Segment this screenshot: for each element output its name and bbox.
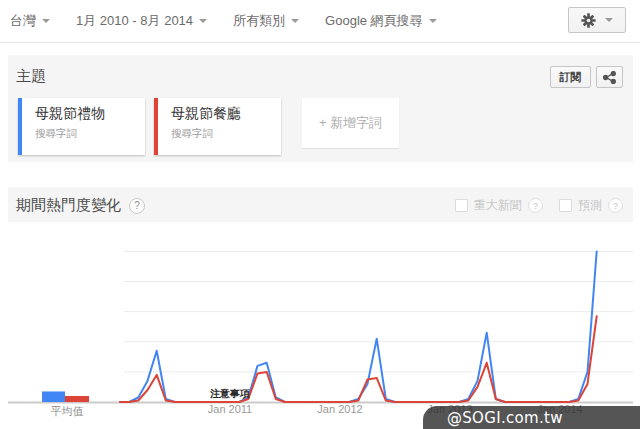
chevron-down-icon <box>42 19 50 23</box>
google-trends-page: 台灣 1月 2010 - 8月 2014 所有類別 Google 網頁搜尋 <box>0 0 640 429</box>
term-type: 搜尋字詞 <box>171 127 281 141</box>
top-toolbar: 台灣 1月 2010 - 8月 2014 所有類別 Google 網頁搜尋 <box>0 0 640 42</box>
region-selector[interactable]: 台灣 <box>10 12 50 30</box>
help-icon[interactable]: ? <box>528 198 543 213</box>
option-major-news: 重大新聞 ? <box>455 197 543 214</box>
search-type-label: Google 網頁搜尋 <box>325 12 423 30</box>
topics-panel: 主題 訂閱 母親節禮物 搜尋字詞 母親節餐廳 搜尋字詞 + 新增字詞 <box>8 55 633 162</box>
term-cards: 母親節禮物 搜尋字詞 母親節餐廳 搜尋字詞 + 新增字詞 <box>18 98 399 155</box>
watermark: @SOGI.com.tw <box>423 406 640 429</box>
major-news-checkbox[interactable] <box>455 199 468 212</box>
category-selector[interactable]: 所有類別 <box>233 12 299 30</box>
chevron-down-icon <box>429 19 437 23</box>
average-bar <box>65 396 89 402</box>
share-button[interactable] <box>596 66 623 88</box>
forecast-checkbox[interactable] <box>559 199 572 212</box>
settings-button[interactable] <box>568 7 626 33</box>
term-type: 搜尋字詞 <box>35 127 145 141</box>
trend-options: 重大新聞 ? 預測 ? <box>455 197 623 214</box>
card-gap <box>281 98 302 155</box>
chevron-down-icon <box>605 18 613 22</box>
x-axis-tick: Jan 2012 <box>308 403 372 415</box>
average-bar <box>42 391 65 402</box>
trend-series <box>120 251 597 402</box>
toolbar-divider <box>0 42 640 43</box>
term-card-mothers-day-gift[interactable]: 母親節禮物 搜尋字詞 <box>18 98 145 155</box>
term-label: 母親節禮物 <box>35 105 145 123</box>
term-label: 母親節餐廳 <box>171 105 281 123</box>
subscribe-button[interactable]: 訂閱 <box>550 66 591 88</box>
search-type-selector[interactable]: Google 網頁搜尋 <box>325 12 437 30</box>
region-label: 台灣 <box>10 12 36 30</box>
chevron-down-icon <box>291 19 299 23</box>
topics-title: 主題 <box>16 67 46 86</box>
help-icon[interactable]: ? <box>129 198 145 214</box>
help-icon[interactable]: ? <box>608 198 623 213</box>
trend-title: 期間熱門度變化 <box>16 196 121 215</box>
share-icon <box>603 71 616 84</box>
card-gap <box>145 98 154 155</box>
chevron-down-icon <box>199 19 207 23</box>
date-range-label: 1月 2010 - 8月 2014 <box>76 12 193 30</box>
forecast-label: 預測 <box>578 197 602 214</box>
add-term-button[interactable]: + 新增字詞 <box>302 98 399 148</box>
date-range-selector[interactable]: 1月 2010 - 8月 2014 <box>76 12 207 30</box>
option-forecast: 預測 ? <box>559 197 623 214</box>
average-label: 平均值 <box>35 404 99 419</box>
term-card-mothers-day-restaurant[interactable]: 母親節餐廳 搜尋字詞 <box>154 98 281 155</box>
trend-line-chart[interactable] <box>0 222 640 429</box>
gear-icon <box>581 13 596 28</box>
trend-section-header: 期間熱門度變化 ? 重大新聞 ? 預測 ? <box>8 187 633 222</box>
category-label: 所有類別 <box>233 12 285 30</box>
x-axis-tick: Jan 2011 <box>198 403 262 415</box>
trend-series <box>120 316 597 402</box>
major-news-label: 重大新聞 <box>474 197 522 214</box>
chart-annotation: 注意事項 <box>210 387 250 401</box>
